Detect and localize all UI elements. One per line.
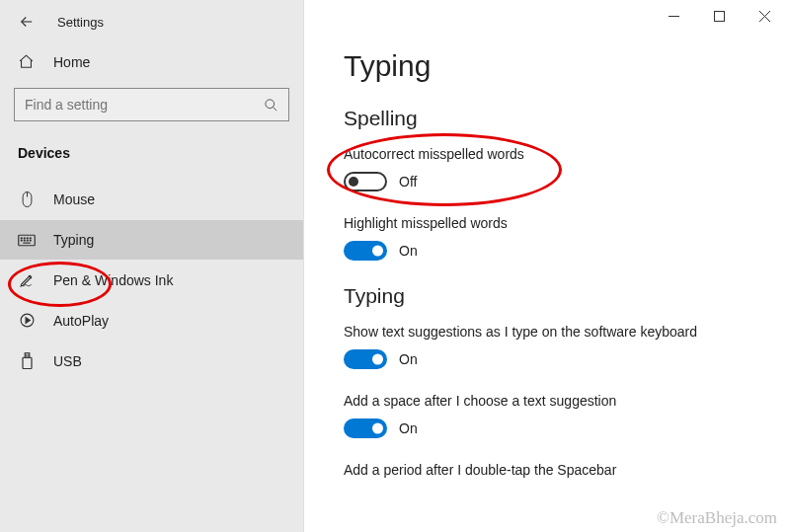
svg-point-11 (30, 239, 31, 240)
toggle-row: On (344, 349, 748, 369)
toggle-row: Off (344, 172, 748, 191)
svg-point-4 (21, 237, 22, 238)
close-button[interactable] (742, 0, 787, 32)
space-state: On (399, 420, 418, 436)
sidebar-item-typing[interactable]: Typing (0, 220, 303, 260)
autocorrect-state: Off (399, 174, 417, 190)
setting-suggestions: Show text suggestions as I type on the s… (344, 324, 748, 369)
svg-rect-16 (23, 357, 32, 368)
minimize-button[interactable] (651, 0, 696, 32)
home-nav[interactable]: Home (0, 43, 303, 80)
page-title: Typing (344, 49, 748, 83)
highlight-label: Highlight misspelled words (344, 215, 748, 231)
sidebar-item-label: USB (53, 353, 82, 369)
suggestions-state: On (399, 351, 418, 367)
mouse-icon (18, 190, 36, 208)
usb-icon (18, 352, 36, 370)
setting-period: Add a period after I double-tap the Spac… (344, 462, 748, 478)
settings-window: Settings Home Devices Mouse Typing (0, 0, 787, 532)
highlight-state: On (399, 243, 418, 259)
space-label: Add a space after I choose a text sugges… (344, 393, 748, 409)
sidebar-item-pen[interactable]: Pen & Windows Ink (0, 260, 303, 300)
setting-autocorrect: Autocorrect misspelled words Off (344, 146, 748, 191)
typing-header: Typing (344, 284, 748, 308)
autocorrect-toggle[interactable] (344, 172, 387, 191)
svg-point-6 (27, 237, 28, 238)
sidebar-item-mouse[interactable]: Mouse (0, 179, 303, 220)
sidebar-item-label: Typing (53, 232, 94, 248)
window-controls (651, 0, 787, 32)
svg-rect-15 (25, 353, 30, 358)
search-box[interactable] (14, 88, 289, 121)
content-area: Typing Spelling Autocorrect misspelled w… (304, 0, 787, 532)
watermark: ©MeraBheja.com (657, 508, 777, 528)
settings-title: Settings (57, 15, 104, 30)
titlebar: Settings (0, 0, 303, 43)
spelling-header: Spelling (344, 107, 748, 130)
sidebar-item-label: Mouse (53, 191, 95, 207)
space-toggle[interactable] (344, 418, 387, 438)
sidebar-item-label: Pen & Windows Ink (53, 272, 173, 288)
search-input[interactable] (25, 97, 264, 113)
toggle-row: On (344, 241, 748, 261)
suggestions-label: Show text suggestions as I type on the s… (344, 324, 748, 340)
back-icon[interactable] (18, 13, 36, 31)
sidebar-item-autoplay[interactable]: AutoPlay (0, 300, 303, 341)
sidebar-item-usb[interactable]: USB (0, 341, 303, 382)
section-header: Devices (0, 139, 303, 179)
autocorrect-label: Autocorrect misspelled words (344, 146, 748, 162)
setting-highlight: Highlight misspelled words On (344, 215, 748, 261)
sidebar-item-label: AutoPlay (53, 313, 109, 329)
svg-point-0 (266, 99, 275, 108)
period-label: Add a period after I double-tap the Spac… (344, 462, 748, 478)
svg-point-9 (24, 239, 25, 240)
keyboard-icon (18, 234, 36, 247)
home-icon (18, 53, 36, 70)
svg-point-5 (24, 237, 25, 238)
svg-marker-14 (26, 318, 30, 324)
maximize-button[interactable] (696, 0, 742, 32)
pen-icon (18, 271, 36, 288)
svg-point-10 (27, 239, 28, 240)
home-label: Home (53, 54, 90, 70)
setting-space: Add a space after I choose a text sugges… (344, 393, 748, 438)
svg-rect-20 (714, 11, 724, 21)
search-icon (264, 98, 278, 113)
highlight-toggle[interactable] (344, 241, 387, 261)
svg-point-7 (30, 237, 31, 238)
toggle-row: On (344, 418, 748, 438)
autoplay-icon (18, 312, 36, 329)
sidebar: Settings Home Devices Mouse Typing (0, 0, 304, 532)
suggestions-toggle[interactable] (344, 349, 387, 369)
svg-point-8 (21, 239, 22, 240)
